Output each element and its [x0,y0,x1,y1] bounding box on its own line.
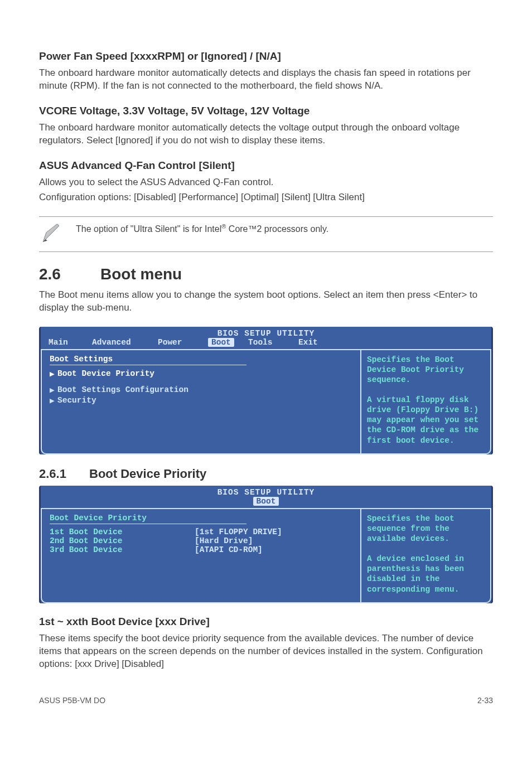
para-vcore: The onboard hardware monitor automatical… [39,122,493,147]
heading-qfan: ASUS Advanced Q-Fan Control [Silent] [39,159,493,172]
bios-heading: Boot Device Priority [50,514,352,522]
footer-left: ASUS P5B-VM DO [39,696,105,705]
menu-label: Boot Settings Configuration [57,385,188,394]
tab-boot-label: Boot [208,338,234,347]
page-footer: ASUS P5B-VM DO 2-33 [39,696,493,705]
bios-panel-boot-settings: BIOS SETUP UTILITY Main Advanced Power B… [39,327,493,454]
row-key: 3rd Boot Device [50,545,195,554]
subsection-title: Boot Device Priority [89,467,206,481]
para-power-fan: The onboard hardware monitor automatical… [39,67,493,93]
bios-left-pane: Boot Device Priority 1st Boot Device [1s… [41,509,360,603]
para-qfan-1: Allows you to select the ASUS Advanced Q… [39,176,493,189]
bios-help-text: Specifies the Boot Device Boot Priority … [367,355,478,445]
row-1st-boot[interactable]: 1st Boot Device [1st FLOPPY DRIVE] [50,527,352,536]
note-post: Core™2 processors only. [226,224,328,234]
tab-boot[interactable]: Boot [208,338,248,347]
bios-panel-device-priority: BIOS SETUP UTILITY Boot Boot Device Prio… [39,486,493,603]
bios-title: BIOS SETUP UTILITY [41,486,491,497]
bios-divider [50,524,246,524]
heading-vcore: VCORE Voltage, 3.3V Voltage, 5V Voltage,… [39,105,493,117]
row-key: 1st Boot Device [50,527,195,536]
menu-label: Security [57,396,96,405]
arrow-icon: ▶ [50,369,57,379]
para-qfan-2: Configuration options: [Disabled] [Perfo… [39,191,493,204]
row-key: 2nd Boot Device [50,536,195,545]
note-pre: The option of "Ultra Silent" is for Inte… [76,224,221,234]
para-1st-xxth: These items specify the boot device prio… [39,632,493,671]
note-box: The option of "Ultra Silent" is for Inte… [39,216,493,252]
menu-boot-device-priority[interactable]: ▶Boot Device Priority [50,369,352,379]
pencil-icon [39,220,66,248]
row-val: [1st FLOPPY DRIVE] [195,527,282,536]
heading-1st-xxth: 1st ~ xxth Boot Device [xxx Drive] [39,616,493,628]
bios-heading: Boot Settings [50,355,352,364]
bios-title: BIOS SETUP UTILITY [41,327,491,338]
bios-divider [50,365,246,365]
tab-tools[interactable]: Tools [248,338,298,347]
section-title: Boot menu [100,265,182,283]
arrow-icon: ▶ [50,396,57,405]
bios-help-pane: Specifies the boot sequence from the ava… [360,509,491,603]
bios-tabs: Main Advanced Power Boot Tools Exit [41,338,491,349]
tab-exit[interactable]: Exit [298,338,329,347]
menu-boot-settings-config[interactable]: ▶Boot Settings Configuration [50,385,352,395]
subsection-num: 2.6.1 [39,467,89,481]
heading-power-fan: Power Fan Speed [xxxxRPM] or [Ignored] /… [39,50,493,62]
bios-help-pane: Specifies the Boot Device Boot Priority … [360,350,491,454]
footer-right: 2-33 [477,696,493,705]
arrow-icon: ▶ [50,385,57,395]
section-2-6: 2.6Boot menu [39,265,493,283]
section-num: 2.6 [39,265,100,283]
tab-main[interactable]: Main [49,338,92,347]
para-boot-menu: The Boot menu items allow you to change … [39,289,493,314]
menu-label: Boot Device Priority [57,369,154,378]
bios-tab-row: Boot [41,497,491,508]
tab-advanced[interactable]: Advanced [92,338,158,347]
row-val: [Hard Drive] [195,536,253,545]
row-2nd-boot[interactable]: 2nd Boot Device [Hard Drive] [50,536,352,545]
heading-2-6-1: 2.6.1Boot Device Priority [39,467,493,481]
bios-left-pane: Boot Settings ▶Boot Device Priority ▶Boo… [41,350,360,454]
tab-power[interactable]: Power [158,338,208,347]
row-val: [ATAPI CD-ROM] [195,545,263,554]
menu-security[interactable]: ▶Security [50,395,352,406]
note-text: The option of "Ultra Silent" is for Inte… [76,220,328,235]
tab-boot[interactable]: Boot [253,497,279,506]
row-3rd-boot[interactable]: 3rd Boot Device [ATAPI CD-ROM] [50,545,352,554]
bios-help-text: Specifies the boot sequence from the ava… [367,514,464,594]
